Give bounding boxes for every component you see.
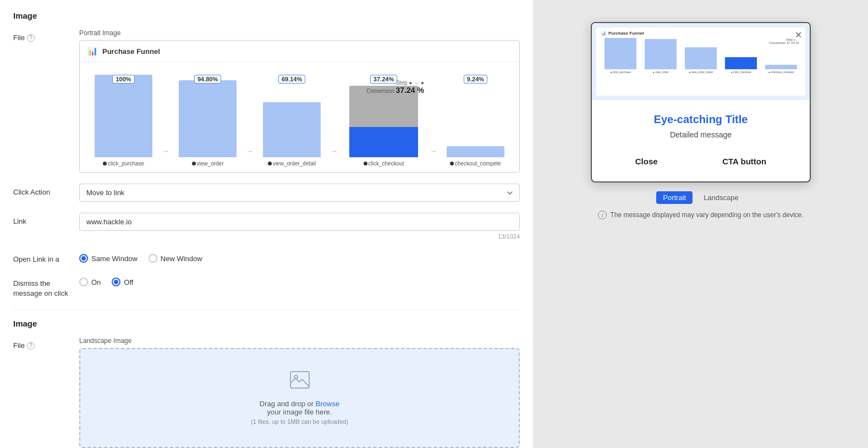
upload-browse-link[interactable]: Browse: [316, 400, 339, 408]
preview-title: Eye-catching Title: [603, 113, 799, 126]
preview-chart-area: 📊 Purchase Funnel ● click_purchase ● vie…: [592, 23, 810, 100]
bar-label-3: 69.14%: [278, 75, 305, 84]
open-link-label: Open Link in a: [13, 251, 79, 263]
radio-same-window[interactable]: [79, 254, 88, 263]
step-label-3: view_order_detail: [268, 161, 316, 167]
bar-2: [179, 80, 236, 157]
bar-1: [95, 75, 152, 157]
link-content: 13/1024: [79, 213, 520, 240]
radio-dismiss-off[interactable]: [112, 278, 120, 286]
preview-chart-inner: 📊 Purchase Funnel ● click_purchase ● vie…: [596, 27, 805, 96]
arrow-3: →: [330, 147, 338, 167]
link-input[interactable]: [79, 213, 520, 231]
mini-step-4: ● click_checkout: [721, 38, 761, 74]
upload-text: Drag and drop or Browse: [260, 400, 339, 408]
bar-label-2: 94.80%: [194, 75, 221, 84]
chart-step-3: 69.14% view_order_detail: [254, 71, 330, 167]
preview-close-button[interactable]: ✕: [792, 29, 804, 41]
chart-step-5: 9.24% checkout_compete: [437, 71, 514, 167]
bar-4-blue: [349, 127, 418, 157]
portrait-file-row: File ? Portrait Image 📊 Purchase Funnel: [13, 29, 520, 173]
image-heading-top: Image: [13, 11, 520, 20]
landscape-image-label: Landscape Image: [79, 337, 520, 345]
landscape-upload-area[interactable]: Drag and drop or Browse your image file …: [79, 348, 520, 448]
purchase-funnel-chart: 📊 Purchase Funnel 100% click: [79, 40, 520, 173]
mini-step-3: ● view_order_detail: [681, 38, 721, 74]
landscape-file-label: File ?: [13, 337, 79, 350]
chart-body: 100% click_purchase →: [80, 62, 519, 172]
dismiss-radio-group: On Off: [79, 274, 520, 286]
open-link-same-window[interactable]: Same Window: [79, 254, 138, 263]
upload-hint: (1 files, up to 1MB can be uploaded): [251, 418, 348, 425]
preview-chart-title: Purchase Funnel: [608, 31, 644, 36]
bar-label-1: 100%: [112, 75, 134, 84]
preview-buttons: Close CTA button: [603, 152, 799, 170]
dismiss-off[interactable]: Off: [112, 278, 133, 286]
image-heading-bottom: Image: [13, 319, 520, 328]
open-link-content: Same Window New Window: [79, 251, 520, 263]
link-row: Link 13/1024: [13, 213, 520, 240]
preview-content: Eye-catching Title Detailed message Clos…: [592, 100, 810, 181]
tab-landscape[interactable]: Landscape: [697, 191, 745, 204]
radio-dismiss-on[interactable]: [79, 278, 88, 286]
chart-icon: 📊: [87, 46, 98, 56]
device-note-text: The message displayed may vary depending…: [610, 211, 803, 219]
image-section-bottom: Image File ? Landscape Image: [13, 319, 520, 448]
view-tabs: Portrait Landscape: [656, 191, 745, 204]
chart-header: 📊 Purchase Funnel: [80, 41, 519, 62]
preview-btn-close[interactable]: Close: [622, 152, 671, 170]
portrait-image-content: Portrait Image 📊 Purchase Funnel 100%: [79, 29, 520, 173]
left-panel: Image File ? Portrait Image 📊 Purchase F…: [0, 0, 534, 448]
click-action-label: Click Action: [13, 184, 79, 196]
dismiss-row: Dismiss the message on click On Off: [13, 274, 520, 298]
mini-step-2: ● view_order: [641, 38, 680, 74]
preview-modal: 📊 Purchase Funnel ● click_purchase ● vie…: [591, 22, 811, 182]
conversion-value: 37.24 %: [396, 86, 424, 95]
click-action-select[interactable]: Move to link Close message Do nothing: [79, 184, 520, 202]
open-link-new-window[interactable]: New Window: [149, 254, 202, 263]
click-action-row: Click Action Move to link Close message …: [13, 184, 520, 202]
step-label-4: click_checkout: [364, 161, 404, 167]
device-note: i The message displayed may vary dependi…: [598, 211, 803, 219]
chart-step-4: 37.24% Step ● → ● Conversion 37.24 %: [338, 71, 430, 167]
radio-new-window[interactable]: [149, 254, 157, 263]
bar-3: [263, 102, 320, 157]
info-icon: i: [598, 211, 607, 219]
landscape-file-row: File ? Landscape Image Drag and drop or: [13, 337, 520, 448]
arrow-1: →: [162, 147, 169, 167]
file-help-icon[interactable]: ?: [27, 34, 35, 42]
dismiss-content: On Off: [79, 274, 520, 286]
portrait-image-label: Portrait Image: [79, 29, 520, 37]
preview-chart-header: 📊 Purchase Funnel: [601, 31, 801, 36]
open-link-radio-group: Same Window New Window: [79, 251, 520, 263]
portrait-file-label: File ?: [13, 29, 79, 42]
upload-icon: [290, 371, 310, 393]
preview-chart-icon: 📊: [601, 31, 606, 36]
landscape-image-content: Landscape Image Drag and drop or Browse …: [79, 337, 520, 448]
dismiss-on[interactable]: On: [79, 278, 101, 286]
tab-portrait[interactable]: Portrait: [656, 191, 693, 204]
arrow-4: →: [430, 147, 437, 167]
bar-label-5: 9.24%: [464, 75, 487, 84]
open-link-row: Open Link in a Same Window New Window: [13, 251, 520, 263]
right-panel: 📊 Purchase Funnel ● click_purchase ● vie…: [534, 0, 868, 448]
mini-step-1: ● click_purchase: [601, 38, 640, 74]
bar-4-container: [349, 86, 418, 157]
click-action-content: Move to link Close message Do nothing: [79, 184, 520, 202]
step-label-2: view_order: [192, 161, 224, 167]
link-label: Link: [13, 213, 79, 225]
dismiss-label: Dismiss the message on click: [13, 274, 79, 298]
chart-title: Purchase Funnel: [102, 47, 160, 56]
chart-step-1: 100% click_purchase: [85, 71, 162, 167]
chart-step-2: 94.80% view_order: [169, 71, 246, 167]
image-section-top: Image File ? Portrait Image 📊 Purchase F…: [13, 11, 520, 298]
section-divider: [13, 309, 520, 310]
conversion-info: Step ● → ● Conversion 37.24 %: [366, 80, 424, 95]
char-count: 13/1024: [79, 233, 520, 240]
landscape-file-help-icon[interactable]: ?: [27, 342, 35, 350]
step-label-5: checkout_compete: [450, 161, 501, 167]
preview-message: Detailed message: [603, 130, 799, 139]
bar-5: [447, 146, 504, 157]
upload-sub-text: your image file here.: [267, 408, 332, 416]
preview-btn-cta[interactable]: CTA button: [709, 152, 779, 170]
